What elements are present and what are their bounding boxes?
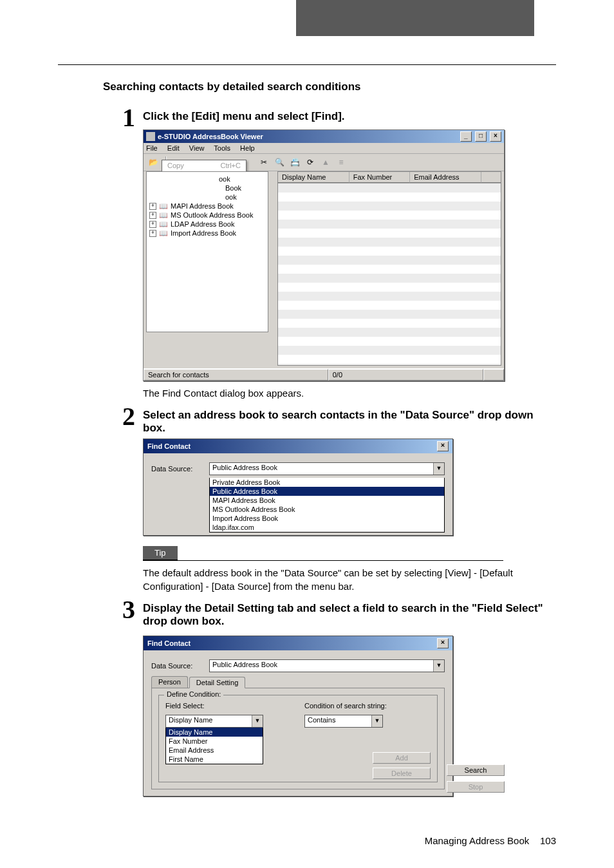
step-1-caption: The Find Contact dialog box appears. — [143, 386, 556, 400]
option-private[interactable]: Private Address Book — [210, 478, 444, 487]
find-icon[interactable]: 🔍 — [274, 156, 285, 168]
find-contact-dialog-1: Find Contact × Data Source: Public Addre… — [143, 439, 453, 536]
option-public[interactable]: Public Address Book — [210, 487, 444, 496]
column-display-name[interactable]: Display Name — [278, 172, 349, 183]
option-ldap[interactable]: ldap.ifax.com — [210, 523, 444, 532]
dialog-titlebar-2: Find Contact × — [144, 636, 452, 650]
app-icon — [146, 132, 155, 141]
dialog-titlebar: Find Contact × — [144, 439, 452, 453]
window-control-buttons: _ □ × — [459, 131, 501, 142]
dropdown-arrow-icon[interactable]: ▼ — [433, 463, 444, 475]
address-book-tree[interactable]: ook Book ook +📖MAPI Address Book +📖MS Ou… — [146, 171, 268, 332]
tree-item-cut-3: ook — [225, 193, 265, 202]
column-email-address[interactable]: Email Address — [410, 172, 481, 183]
field-select-arrow-icon[interactable]: ▼ — [252, 715, 263, 727]
menu-edit[interactable]: Edit — [167, 144, 180, 152]
condition-arrow-icon[interactable]: ▼ — [371, 715, 382, 727]
tree-item-cut-2: Book — [225, 184, 265, 193]
tree-item-mapi[interactable]: +📖MAPI Address Book — [149, 202, 265, 211]
tab-person[interactable]: Person — [151, 475, 188, 487]
status-bar: Search for contacts 0/0 — [144, 368, 504, 381]
data-source-value: Public Address Book — [210, 463, 433, 475]
step-2-number: 2 — [103, 405, 135, 428]
display-name-label: Display Name: — [158, 496, 216, 504]
field-select-label: Field Select: — [165, 702, 292, 710]
status-text: Search for contacts — [144, 369, 328, 381]
data-source-option-list: Private Address Book Public Address Book… — [209, 478, 445, 533]
column-fax-number[interactable]: Fax Number — [349, 172, 410, 183]
data-source-dropdown-2[interactable]: Public Address Book ▼ — [209, 659, 445, 672]
email-label: E-Mail: — [158, 516, 216, 524]
condition-dropdown[interactable]: Contains ▼ — [304, 715, 383, 728]
data-source-value-2: Public Address Book — [210, 660, 433, 672]
data-source-label-2: Data Source: — [151, 662, 209, 670]
menu-tools[interactable]: Tools — [214, 144, 230, 152]
tip-label: Tip — [143, 546, 178, 560]
field-select-value: Display Name — [166, 715, 252, 727]
menu-item-copy: CopyCtrl+C — [162, 160, 246, 171]
group-legend: Define Condition: — [164, 690, 223, 698]
tip-text: The default address book in the "Data So… — [143, 566, 556, 593]
menu-file[interactable]: File — [146, 144, 158, 152]
stop-button[interactable]: Stop — [447, 781, 505, 793]
dialog-right-buttons: Search Stop — [447, 764, 505, 793]
tree-item-outlook[interactable]: +📖MS Outlook Address Book — [149, 211, 265, 220]
address-book-viewer-window: e-STUDIO AddressBook Viewer _ □ × File E… — [143, 129, 505, 381]
up-icon[interactable]: ▲ — [320, 156, 331, 168]
tip-rule — [143, 560, 503, 561]
tree-item-import[interactable]: +📖Import Address Book — [149, 229, 265, 238]
step-1: 1 Click the [Edit] menu and select [Find… — [58, 106, 556, 129]
dialog-title-2: Find Contact — [147, 639, 191, 647]
step-2: 2 Select an address book to search conta… — [58, 405, 556, 435]
step-1-number: 1 — [103, 106, 135, 129]
data-source-dropdown[interactable]: Public Address Book ▼ — [209, 462, 445, 475]
chapter-header-bar — [296, 0, 534, 36]
field-opt-fax-number[interactable]: Fax Number — [166, 737, 263, 746]
card-icon[interactable]: 📇 — [289, 156, 301, 168]
search-button[interactable]: Search — [447, 764, 505, 776]
option-outlook[interactable]: MS Outlook Address Book — [210, 505, 444, 514]
menu-bar: File Edit View Tools Help — [144, 143, 504, 154]
data-source-label: Data Source: — [151, 465, 209, 473]
field-select-dropdown[interactable]: Display Name ▼ — [165, 715, 263, 728]
step-3-text: Display the Detail Setting tab and selec… — [143, 602, 556, 628]
define-condition-group: Define Condition: Field Select: Display … — [158, 695, 438, 782]
step-1-text: Click the [Edit] menu and select [Find]. — [143, 110, 556, 123]
close-button[interactable]: × — [490, 131, 501, 142]
list-icon[interactable]: ≡ — [335, 156, 347, 168]
field-select-options: Display Name Fax Number Email Address Fi… — [165, 728, 263, 764]
add-button[interactable]: Add — [373, 752, 431, 764]
delete-button[interactable]: Delete — [373, 768, 431, 779]
option-import[interactable]: Import Address Book — [210, 514, 444, 523]
tree-item-ldap[interactable]: +📖LDAP Address Book — [149, 220, 265, 229]
cut-icon[interactable]: ✂ — [258, 156, 270, 168]
maximize-button[interactable]: □ — [475, 131, 487, 142]
refresh-icon[interactable]: ⟳ — [304, 156, 316, 168]
toolbar: 📂 CopyCtrl+C PasteCtrl+V Select AllCtrl+… — [144, 154, 504, 171]
empty-list — [278, 184, 501, 365]
subsection-heading: Searching contacts by detailed search co… — [103, 80, 556, 93]
tab-person-2[interactable]: Person — [151, 676, 188, 688]
condition-label: Condition of search string: — [304, 702, 431, 710]
field-opt-display-name[interactable]: Display Name — [166, 728, 263, 737]
step-3-number: 3 — [103, 598, 135, 621]
contact-list-panel: Display Name Fax Number Email Address — [277, 171, 501, 366]
minimize-button[interactable]: _ — [460, 131, 472, 142]
status-count: 0/0 — [328, 369, 483, 381]
dropdown-arrow-icon-2[interactable]: ▼ — [433, 660, 444, 672]
field-opt-first-name[interactable]: First Name — [166, 755, 263, 764]
top-rule — [58, 64, 556, 65]
open-icon[interactable]: 📂 — [147, 156, 159, 168]
menu-help[interactable]: Help — [240, 144, 255, 152]
dialog-close-button-2[interactable]: × — [437, 638, 449, 648]
option-mapi[interactable]: MAPI Address Book — [210, 496, 444, 505]
tab-detail-setting[interactable]: Detail Setting — [189, 677, 245, 688]
page-container: Searching contacts by detailed search co… — [0, 64, 614, 868]
menu-view[interactable]: View — [189, 144, 205, 152]
dialog-close-button[interactable]: × — [437, 441, 449, 451]
status-grip — [483, 369, 504, 381]
condition-value: Contains — [305, 715, 371, 727]
field-opt-email[interactable]: Email Address — [166, 746, 263, 755]
column-scroll-corner — [481, 172, 501, 183]
dialog-title: Find Contact — [147, 442, 191, 450]
